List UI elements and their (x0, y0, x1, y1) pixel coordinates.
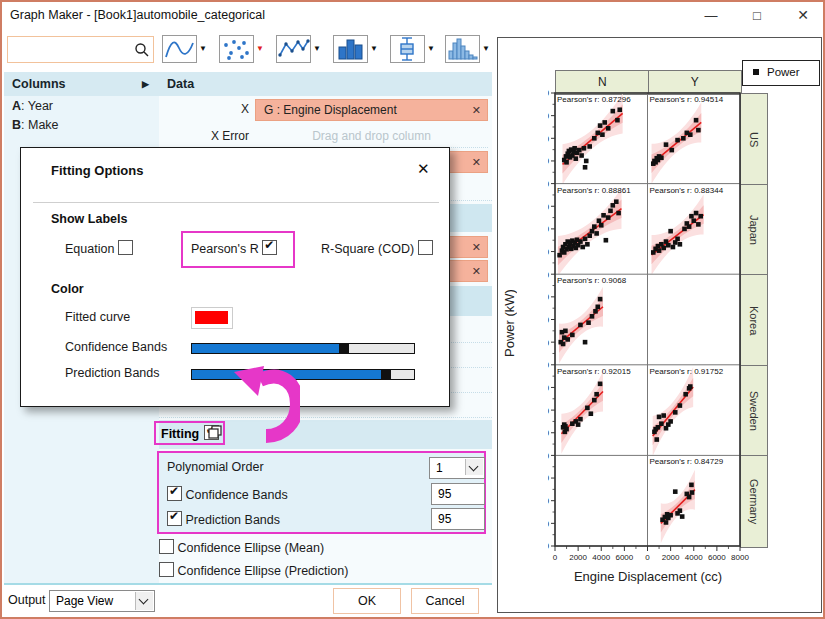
search-box[interactable] (7, 36, 154, 63)
histogram-dropdown-icon[interactable]: ▼ (482, 44, 494, 56)
remove-column-icon[interactable]: ✕ (472, 261, 481, 281)
polynomial-order-value: 1 (436, 461, 443, 475)
confidence-ellipse-mean-option: Confidence Ellipse (Mean) (159, 539, 459, 561)
svg-text:100: 100 (548, 495, 549, 506)
svg-text:100: 100 (548, 133, 549, 144)
pearsons-r-checkbox[interactable] (262, 240, 277, 255)
prediction-bands-input[interactable]: 95 (431, 508, 485, 530)
fitted-curve-row: Fitted curve (21, 310, 451, 330)
footer-bar: Output Page View OK Cancel (2, 585, 492, 617)
box-chart-dropdown-icon[interactable]: ▼ (427, 44, 439, 56)
chevron-down-icon[interactable] (465, 459, 483, 475)
box-chart-button[interactable] (390, 35, 425, 63)
prediction-bands-checkbox[interactable] (167, 511, 182, 526)
fitting-parameters-group: Polynomial Order 1 Confidence Bands 95 P… (157, 451, 486, 534)
line-symbol-dropdown-icon[interactable]: ▼ (313, 44, 325, 56)
x-error-drop-zone[interactable]: Drag and drop column (255, 125, 488, 148)
chevron-down-icon[interactable] (135, 592, 153, 610)
svg-text:50: 50 (548, 155, 549, 166)
x-column-chip-label: G : Engine Displacement (264, 103, 397, 117)
slider-thumb[interactable] (381, 369, 391, 380)
maximize-icon[interactable]: □ (740, 2, 774, 29)
minimize-icon[interactable]: — (694, 2, 728, 29)
search-icon (134, 42, 150, 58)
remove-x-column-icon[interactable]: ✕ (472, 100, 481, 120)
confidence-ellipse-prediction-checkbox[interactable] (159, 562, 174, 577)
confidence-bands-row: Confidence Bands (21, 340, 451, 358)
histogram-button[interactable] (445, 35, 480, 63)
output-select[interactable]: Page View (49, 590, 155, 612)
svg-text:150: 150 (548, 472, 549, 483)
svg-text:Pearson's r: 0.91752: Pearson's r: 0.91752 (650, 367, 724, 376)
scatter-plot-icon (220, 36, 253, 62)
svg-text:200: 200 (548, 87, 549, 98)
line-graph-icon (163, 36, 196, 62)
drop-hint-text: Drag and drop column (312, 129, 431, 143)
confidence-ellipse-mean-checkbox[interactable] (159, 539, 174, 554)
svg-text:50: 50 (548, 337, 549, 348)
legend-label: Power (767, 66, 800, 78)
svg-text:Pearson's r: 0.92015: Pearson's r: 0.92015 (557, 367, 631, 376)
remove-column-icon[interactable]: ✕ (472, 152, 481, 172)
confidence-bands-slider[interactable] (191, 343, 415, 354)
confidence-bands-color-label: Confidence Bands (65, 340, 167, 354)
histogram-icon (446, 36, 479, 62)
line-symbol-graph-button[interactable] (276, 35, 311, 63)
ok-button[interactable]: OK (333, 588, 401, 614)
r-square-label: R-Square (COD) (321, 242, 414, 256)
prediction-bands-slider[interactable] (191, 369, 415, 380)
svg-text:Pearson's r: 0.87296: Pearson's r: 0.87296 (557, 95, 631, 104)
dialog-divider (33, 202, 439, 203)
cancel-button-label: Cancel (426, 594, 465, 608)
box-chart-icon (391, 36, 424, 62)
cancel-button[interactable]: Cancel (411, 588, 479, 614)
show-labels-heading: Show Labels (51, 212, 127, 226)
r-square-checkbox[interactable] (418, 240, 433, 255)
prediction-bands-value: 95 (438, 512, 451, 526)
legend-marker-icon (753, 69, 759, 75)
search-input[interactable] (11, 39, 133, 62)
dialog-close-icon[interactable]: ✕ (417, 160, 430, 178)
svg-text:150: 150 (548, 110, 549, 121)
column-item-b[interactable]: B: Make (4, 115, 159, 134)
svg-text:0: 0 (548, 178, 549, 189)
equation-label: Equation (65, 242, 114, 256)
column-chart-button[interactable] (333, 35, 368, 63)
line-graph-button[interactable] (162, 35, 197, 63)
confidence-ellipse-mean-label: Confidence Ellipse (Mean) (177, 541, 324, 555)
equation-checkbox[interactable] (118, 240, 133, 255)
title-bar: Graph Maker - [Book1]automobile_categori… (2, 2, 823, 30)
duplicate-settings-icon[interactable] (208, 425, 222, 439)
x-column-chip[interactable]: G : Engine Displacement ✕ (255, 99, 488, 121)
column-chart-dropdown-icon[interactable]: ▼ (370, 44, 382, 56)
columns-header-label: Columns (12, 77, 65, 91)
columns-panel-header[interactable]: Columns ▶ (4, 72, 159, 96)
column-item-a[interactable]: A: Year (4, 96, 159, 115)
svg-text:0: 0 (548, 269, 549, 280)
svg-text:150: 150 (548, 201, 549, 212)
confidence-bands-input[interactable]: 95 (431, 483, 485, 505)
slider-thumb[interactable] (339, 343, 349, 354)
svg-text:2000: 2000 (662, 553, 680, 562)
remove-column-icon[interactable]: ✕ (472, 237, 481, 257)
confidence-bands-option: Confidence Bands (167, 486, 288, 502)
fitting-label: Fitting (161, 427, 199, 441)
output-value: Page View (56, 594, 113, 608)
fitted-curve-color-picker[interactable] (191, 307, 233, 329)
close-icon[interactable]: ✕ (786, 2, 820, 29)
svg-text:50: 50 (548, 518, 549, 529)
scatter-plot-button[interactable] (219, 35, 254, 63)
window-title: Graph Maker - [Book1]automobile_categori… (10, 8, 265, 22)
svg-text:0: 0 (645, 553, 650, 562)
svg-text:0: 0 (548, 540, 549, 551)
svg-text:Pearson's r: 0.84729: Pearson's r: 0.84729 (650, 457, 724, 466)
polynomial-order-select[interactable]: 1 (429, 457, 485, 479)
line-graph-dropdown-icon[interactable]: ▼ (199, 44, 211, 56)
columns-expand-icon[interactable]: ▶ (142, 72, 149, 96)
legend: Power (742, 60, 820, 86)
confidence-bands-checkbox[interactable] (167, 486, 182, 501)
scatter-plot-dropdown-icon[interactable]: ▼ (256, 44, 268, 56)
column-label: : Make (21, 118, 59, 132)
y-axis-title: Power (kW) (502, 238, 520, 408)
svg-text:Pearson's r: 0.88344: Pearson's r: 0.88344 (650, 186, 724, 195)
